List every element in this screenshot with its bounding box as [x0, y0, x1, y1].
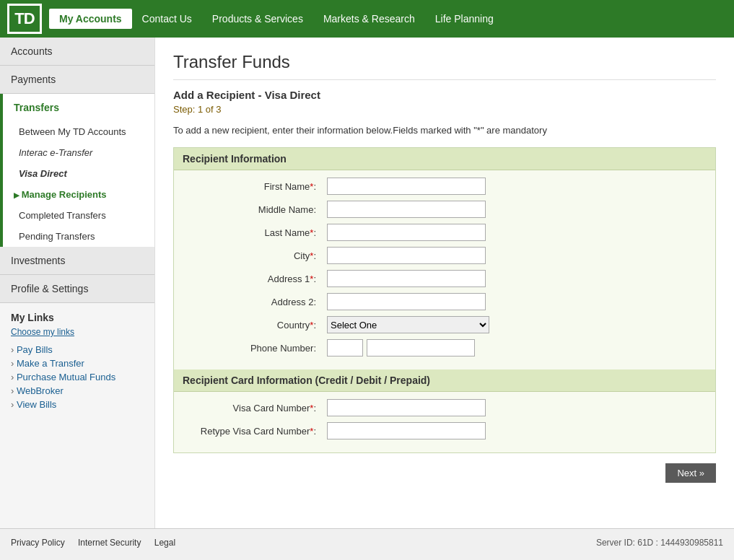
sidebar-item-payments[interactable]: Payments	[0, 66, 154, 94]
page-title: Transfer Funds	[173, 52, 716, 80]
list-item: Make a Transfer	[11, 356, 144, 370]
visa-card-label: Visa Card Number*:	[183, 403, 327, 414]
form-subtitle: Add a Recipient - Visa Direct	[173, 89, 716, 101]
retype-visa-row: Retype Visa Card Number*:	[183, 422, 707, 439]
phone-inputs	[327, 339, 475, 356]
footer: Privacy Policy Internet Security Legal S…	[0, 528, 734, 556]
first-name-label: First Name*:	[183, 181, 327, 192]
last-name-label: Last Name*:	[183, 227, 327, 238]
link-make-transfer[interactable]: Make a Transfer	[11, 358, 84, 369]
form-instructions: To add a new recipient, enter their info…	[173, 125, 716, 136]
first-name-row: First Name*:	[183, 178, 707, 195]
sidebar-transfers-section: Transfers Between My TD Accounts Interac…	[0, 94, 154, 247]
my-links-list: Pay Bills Make a Transfer Purchase Mutua…	[11, 343, 144, 411]
sidebar-transfers-label[interactable]: Transfers	[3, 94, 154, 121]
required-marker: *	[310, 250, 313, 261]
middle-name-row: Middle Name:	[183, 201, 707, 218]
required-marker: *	[310, 274, 313, 284]
step-info: Step: 1 of 3	[173, 104, 716, 115]
content-area: Transfer Funds Add a Recipient - Visa Di…	[155, 38, 734, 528]
my-links-title: My Links	[11, 312, 144, 323]
choose-links-button[interactable]: Choose my links	[11, 327, 144, 337]
first-name-input[interactable]	[327, 178, 486, 195]
sidebar: Accounts Payments Transfers Between My T…	[0, 38, 155, 528]
footer-internet-security[interactable]: Internet Security	[78, 538, 141, 548]
sidebar-item-investments[interactable]: Investments	[0, 247, 154, 275]
sidebar-item-profile[interactable]: Profile & Settings	[0, 275, 154, 303]
required-marker: *	[310, 426, 313, 437]
sidebar-completed-transfers[interactable]: Completed Transfers	[3, 205, 154, 226]
retype-visa-label: Retype Visa Card Number*:	[183, 426, 327, 437]
sidebar-item-accounts[interactable]: Accounts	[0, 38, 154, 66]
phone-row: Phone Number:	[183, 339, 707, 356]
link-view-bills[interactable]: View Bills	[11, 399, 56, 410]
address2-row: Address 2:	[183, 293, 707, 310]
required-marker: *	[310, 227, 313, 238]
recipient-form-body: First Name*: Middle Name: Last Name*: Ci…	[174, 170, 715, 369]
phone-label: Phone Number:	[183, 343, 327, 354]
country-label: Country*:	[183, 320, 327, 331]
country-row: Country*: Select One Canada United State…	[183, 316, 707, 333]
list-item: WebBroker	[11, 384, 144, 398]
td-logo-text: TD	[14, 9, 34, 28]
visa-card-row: Visa Card Number*:	[183, 399, 707, 416]
phone-area-input[interactable]	[327, 339, 363, 356]
link-pay-bills[interactable]: Pay Bills	[11, 344, 53, 355]
address1-input[interactable]	[327, 270, 486, 287]
list-item: Pay Bills	[11, 343, 144, 356]
footer-legal[interactable]: Legal	[154, 538, 175, 548]
list-item: View Bills	[11, 398, 144, 411]
footer-links: Privacy Policy Internet Security Legal	[11, 538, 186, 548]
link-webbroker[interactable]: WebBroker	[11, 385, 64, 396]
button-row: Next »	[173, 463, 716, 483]
address1-row: Address 1*:	[183, 270, 707, 287]
nav-contact-us[interactable]: Contact Us	[132, 9, 202, 29]
sidebar-between-td-accounts[interactable]: Between My TD Accounts	[3, 121, 154, 142]
sidebar-pending-transfers[interactable]: Pending Transfers	[3, 226, 154, 247]
list-item: Purchase Mutual Funds	[11, 370, 144, 384]
city-label: City*:	[183, 250, 327, 261]
city-row: City*:	[183, 247, 707, 264]
required-marker: *	[310, 320, 313, 331]
sidebar-visa-direct[interactable]: Visa Direct	[3, 163, 154, 184]
nav-markets-research[interactable]: Markets & Research	[313, 9, 425, 29]
retype-visa-input[interactable]	[327, 422, 486, 439]
link-purchase-mutual-funds[interactable]: Purchase Mutual Funds	[11, 372, 115, 382]
last-name-input[interactable]	[327, 224, 486, 241]
sidebar-manage-recipients[interactable]: Manage Recipients	[3, 184, 154, 205]
server-id: Server ID: 61D : 1444930985811	[596, 538, 723, 548]
card-section-header: Recipient Card Information (Credit / Deb…	[174, 369, 715, 392]
required-marker: *	[310, 181, 313, 192]
middle-name-label: Middle Name:	[183, 204, 327, 215]
required-marker: *	[310, 403, 313, 414]
my-links-section: My Links Choose my links Pay Bills Make …	[0, 303, 154, 420]
header: TD My Accounts Contact Us Products & Ser…	[0, 0, 734, 38]
phone-main-input[interactable]	[367, 339, 475, 356]
main-layout: Accounts Payments Transfers Between My T…	[0, 38, 734, 528]
country-select[interactable]: Select One Canada United States Other	[327, 316, 489, 333]
card-form-body: Visa Card Number*: Retype Visa Card Numb…	[174, 392, 715, 452]
sidebar-interac-etransfer[interactable]: Interac e-Transfer	[3, 142, 154, 163]
address2-input[interactable]	[327, 293, 486, 310]
td-logo: TD	[7, 4, 42, 34]
nav-life-planning[interactable]: Life Planning	[425, 9, 504, 29]
nav-products-services[interactable]: Products & Services	[202, 9, 313, 29]
recipient-section-header: Recipient Information	[174, 148, 715, 170]
middle-name-input[interactable]	[327, 201, 486, 218]
last-name-row: Last Name*:	[183, 224, 707, 241]
city-input[interactable]	[327, 247, 486, 264]
address1-label: Address 1*:	[183, 274, 327, 284]
next-button[interactable]: Next »	[665, 463, 716, 483]
nav-my-accounts[interactable]: My Accounts	[49, 9, 132, 29]
visa-card-input[interactable]	[327, 399, 486, 416]
address2-label: Address 2:	[183, 297, 327, 307]
footer-privacy-policy[interactable]: Privacy Policy	[11, 538, 65, 548]
recipient-info-section: Recipient Information First Name*: Middl…	[173, 147, 716, 453]
main-nav: My Accounts Contact Us Products & Servic…	[49, 9, 504, 29]
